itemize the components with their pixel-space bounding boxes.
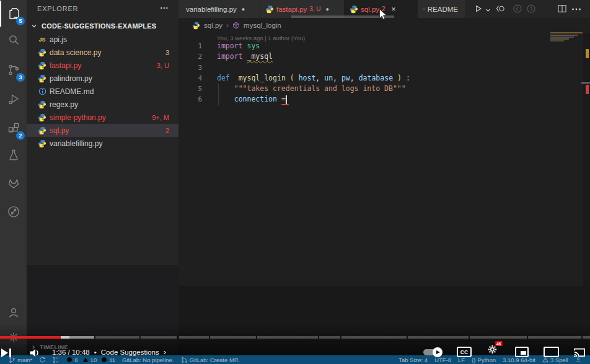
run-dropdown-chevron[interactable] — [485, 7, 491, 14]
python-file-icon — [38, 126, 46, 135]
search-icon — [6, 33, 21, 48]
file-row-api-js[interactable]: JSapi.js — [27, 33, 178, 46]
cast-button[interactable] — [573, 347, 586, 358]
progress-chapter-segment[interactable] — [583, 336, 590, 339]
line-content: import _mysql — [217, 51, 273, 62]
video-controls: 1:36 / 10:48 • Code Suggestions › CC 4K — [0, 342, 590, 362]
explorer-title: EXPLORER — [37, 5, 78, 12]
code-line-3[interactable]: 3 — [178, 63, 410, 73]
code-line-5[interactable]: 5 """takes credentials and logs into DB"… — [178, 84, 410, 94]
editor-area: variablefilling.py● fastapi.py3, U● sql.… — [178, 0, 590, 355]
next-triangle — [1, 349, 8, 357]
minimap[interactable] — [550, 32, 583, 41]
line-content: """takes credentials and logs into DB""" — [217, 84, 406, 94]
previous-change-icon-disabled — [512, 3, 523, 14]
explorer-view-icon[interactable]: 5 — [0, 1, 27, 27]
folder-name: CODE-SUGGESTIONS-EXAMPLES — [42, 22, 156, 30]
open-changes-icon[interactable] — [495, 3, 506, 14]
file-badge: 3 — [165, 49, 169, 56]
more-actions-icon[interactable] — [571, 7, 581, 11]
git-graph-view-icon[interactable] — [0, 199, 27, 225]
video-progress-bar[interactable] — [0, 336, 590, 339]
line-number: 2 — [178, 51, 202, 62]
run-debug-view-icon[interactable] — [0, 86, 27, 112]
progress-chapter-segment[interactable] — [528, 336, 581, 339]
tab-label: fastapi.py — [276, 6, 307, 13]
quality-badge: 4K — [495, 341, 503, 346]
python-file-icon — [350, 5, 358, 14]
extensions-view-icon[interactable]: 2 — [0, 115, 27, 141]
chapter-chevron[interactable]: › — [164, 347, 166, 357]
file-row-fastapi-py[interactable]: fastapi.py3, U — [27, 59, 178, 72]
code-line-6[interactable]: 6 connection = — [178, 94, 410, 105]
gitlab-tanuki-icon — [6, 176, 21, 191]
chevron-down-icon — [30, 22, 38, 30]
progress-chapter-segment[interactable] — [141, 336, 177, 339]
symbol-namespace-icon — [232, 22, 240, 29]
vscode-video-screen: 5 3 2 — [0, 0, 590, 364]
file-row-palindrom-py[interactable]: palindrom.py — [27, 72, 178, 85]
account-icon[interactable] — [0, 300, 27, 326]
tab-variablefilling-py[interactable]: variablefilling.py● — [178, 0, 260, 18]
file-name: api.js — [50, 35, 67, 44]
progress-chapter-segment[interactable] — [179, 336, 209, 339]
python-file-icon — [38, 74, 46, 83]
progress-chapter-segment[interactable] — [341, 336, 407, 339]
split-editor-icon[interactable] — [557, 3, 568, 14]
volume-button[interactable] — [29, 347, 41, 358]
file-row-README-md[interactable]: README.md — [27, 85, 178, 98]
next-video-button[interactable] — [1, 349, 15, 357]
tab-label: variablefilling.py — [186, 6, 237, 13]
file-list: JSapi.js data science.py3 fastapi.py3, U… — [27, 33, 178, 150]
python-file-icon — [38, 100, 46, 109]
person-icon — [6, 305, 21, 320]
file-row-regex-py[interactable]: regex.py — [27, 98, 178, 111]
commit-graph-icon — [6, 204, 21, 219]
progress-chapter-segment[interactable] — [0, 336, 94, 339]
line-content: import sys — [217, 41, 260, 51]
overview-ruler-error-mark — [586, 85, 589, 94]
explorer-actions-button[interactable]: ⋯ — [160, 2, 169, 12]
player-settings-button[interactable]: 4K — [487, 344, 498, 358]
breadcrumb-symbol[interactable]: mysql_login — [244, 22, 281, 29]
captions-button[interactable]: CC — [457, 347, 472, 357]
code-line-1[interactable]: 1import sys — [178, 41, 410, 51]
miniplayer-button[interactable] — [515, 347, 529, 357]
gitlab-workflow-view-icon[interactable] — [0, 170, 27, 196]
progress-chapter-segment[interactable] — [408, 336, 469, 339]
file-badge: 9+, M — [152, 114, 169, 121]
file-name: variablefilling.py — [50, 139, 102, 148]
file-row-simple-python-py[interactable]: simple-python.py9+, M — [27, 111, 178, 124]
overview-ruler-warning-mark — [586, 49, 589, 58]
line-number: 1 — [178, 41, 202, 51]
file-row-variablefilling-py[interactable]: variablefilling.py — [27, 137, 178, 150]
theater-mode-button[interactable] — [544, 347, 559, 357]
line-number: 4 — [178, 73, 202, 84]
minimap-line — [550, 35, 578, 36]
file-row-data-science-py[interactable]: data science.py3 — [27, 46, 178, 59]
tab-label: README — [428, 6, 458, 13]
tab-README[interactable]: README — [418, 0, 466, 18]
progress-chapter-segment[interactable] — [95, 336, 139, 339]
source-control-view-icon[interactable]: 3 — [0, 57, 27, 83]
testing-view-icon[interactable] — [0, 142, 27, 168]
file-row-sql-py[interactable]: sql.py2 — [27, 124, 178, 137]
tab-gap — [412, 0, 418, 18]
code-line-2[interactable]: 2import _mysql — [178, 51, 410, 62]
progress-chapter-segment[interactable] — [257, 336, 318, 339]
breadcrumb-file[interactable]: sql.py — [204, 22, 222, 29]
overview-ruler-slider[interactable] — [581, 82, 590, 84]
progress-chapter-segment[interactable] — [210, 336, 256, 339]
search-view-icon[interactable] — [0, 27, 27, 53]
line-content: connection = — [217, 94, 286, 105]
chapter-title[interactable]: Code Suggestions — [101, 349, 159, 356]
code-editor[interactable]: 1import sys2import _mysql34def mysql_log… — [178, 41, 410, 105]
line-number: 3 — [178, 63, 202, 73]
folder-row[interactable]: CODE-SUGGESTIONS-EXAMPLES — [27, 19, 178, 32]
autoplay-toggle[interactable] — [423, 349, 442, 355]
code-line-4[interactable]: 4def mysql_login ( host, un, pw, databas… — [178, 73, 410, 84]
run-python-file-button[interactable] — [472, 3, 483, 14]
progress-chapter-segment[interactable] — [319, 336, 340, 339]
close-tab-icon[interactable]: × — [392, 5, 396, 14]
progress-chapter-segment[interactable] — [470, 336, 527, 339]
